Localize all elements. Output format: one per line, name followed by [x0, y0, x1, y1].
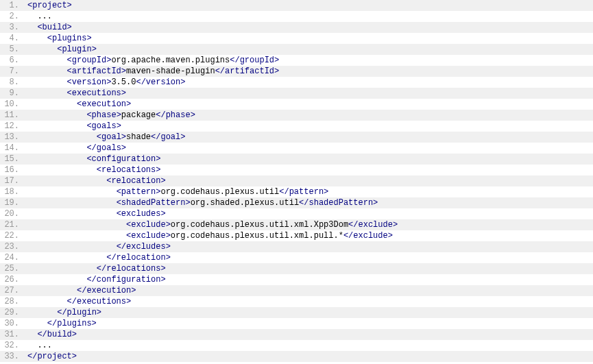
xml-tag: <goals>: [86, 121, 121, 131]
code-line: 16. <relocations>: [0, 165, 593, 175]
xml-tag: <groupId>: [67, 56, 112, 65]
code-line: 18. <pattern>org.codehaus.plexus.util</p…: [0, 186, 593, 197]
line-number: 8.: [0, 77, 25, 88]
xml-text: ...: [37, 341, 52, 350]
xml-text: ...: [37, 12, 52, 21]
xml-tag: <goal>: [97, 132, 126, 142]
xml-tag: </goal>: [151, 132, 185, 142]
xml-tag: <execution>: [77, 99, 131, 109]
code-content: <shadedPattern>org.shaded.plexus.util</s…: [25, 197, 378, 208]
code-line: 22. <exclude>org.codehaus.plexus.util.xm…: [0, 230, 593, 241]
code-content: </plugin>: [25, 307, 101, 318]
line-number: 10.: [0, 99, 25, 110]
code-line: 23. </excludes>: [0, 241, 593, 252]
xml-tag: </configuration>: [86, 275, 165, 284]
code-content: <executions>: [25, 88, 126, 99]
line-number: 3.: [0, 22, 25, 33]
code-content: <artifactId>maven-shade-plugin</artifact…: [25, 66, 279, 77]
line-number: 4.: [0, 33, 25, 44]
code-content: </build>: [25, 329, 77, 340]
xml-tag: </relocation>: [106, 253, 171, 263]
line-number: 26.: [0, 274, 25, 285]
code-line: 6. <groupId>org.apache.maven.plugins</gr…: [0, 55, 593, 66]
xml-tag: </groupId>: [230, 56, 279, 65]
code-line: 5. <plugin>: [0, 44, 593, 55]
code-line: 9. <executions>: [0, 88, 593, 99]
xml-tag: <relocation>: [106, 176, 165, 186]
code-block: 1.<project>2. ...3. <build>4. <plugins>5…: [0, 0, 593, 362]
code-line: 32. ...: [0, 340, 593, 351]
code-line: 12. <goals>: [0, 121, 593, 132]
code-content: </plugins>: [25, 318, 97, 329]
code-line: 21. <exclude>org.codehaus.plexus.util.xm…: [0, 219, 593, 230]
xml-text: 3.5.0: [111, 77, 136, 87]
code-content: <exclude>org.codehaus.plexus.util.xml.Xp…: [25, 219, 398, 230]
code-line: 8. <version>3.5.0</version>: [0, 77, 593, 88]
xml-text: maven-shade-plugin: [126, 66, 215, 76]
xml-text: org.codehaus.plexus.util.xml.Xpp3Dom: [171, 220, 348, 230]
code-line: 29. </plugin>: [0, 307, 593, 318]
xml-tag: <shadedPattern>: [117, 198, 191, 208]
xml-text: package: [121, 110, 156, 120]
line-number: 19.: [0, 197, 25, 208]
xml-tag: <project>: [27, 1, 72, 10]
code-line: 15. <configuration>: [0, 154, 593, 165]
code-line: 13. <goal>shade</goal>: [0, 132, 593, 143]
xml-text: org.codehaus.plexus.util.xml.pull.*: [171, 231, 343, 241]
xml-tag: <exclude>: [126, 231, 171, 241]
code-content: </excludes>: [25, 241, 171, 252]
code-content: <groupId>org.apache.maven.plugins</group…: [25, 55, 279, 66]
code-content: <version>3.5.0</version>: [25, 77, 185, 88]
xml-tag: <plugins>: [47, 34, 92, 43]
line-number: 7.: [0, 66, 25, 77]
code-line: 24. </relocation>: [0, 252, 593, 263]
code-line: 4. <plugins>: [0, 33, 593, 44]
code-line: 1.<project>: [0, 0, 593, 11]
line-number: 9.: [0, 88, 25, 99]
code-content: <goal>shade</goal>: [25, 132, 185, 143]
xml-tag: <configuration>: [86, 154, 160, 164]
code-content: <relocations>: [25, 165, 160, 175]
line-number: 5.: [0, 44, 25, 55]
line-number: 13.: [0, 132, 25, 143]
line-number: 30.: [0, 318, 25, 329]
xml-tag: </version>: [136, 77, 185, 87]
xml-tag: </exclude>: [348, 220, 398, 230]
code-line: 14. </goals>: [0, 143, 593, 154]
xml-tag: </exclude>: [343, 231, 393, 241]
code-line: 33.</project>: [0, 351, 593, 362]
code-content: <plugin>: [25, 44, 97, 55]
code-content: <goals>: [25, 121, 121, 132]
code-line: 27. </execution>: [0, 285, 593, 296]
line-number: 24.: [0, 252, 25, 263]
line-number: 16.: [0, 165, 25, 175]
code-content: <configuration>: [25, 154, 160, 165]
code-line: 19. <shadedPattern>org.shaded.plexus.uti…: [0, 197, 593, 208]
line-number: 14.: [0, 143, 25, 154]
code-line: 25. </relocations>: [0, 263, 593, 274]
code-line: 10. <execution>: [0, 99, 593, 110]
xml-tag: <artifactId>: [67, 66, 126, 76]
code-content: <pattern>org.codehaus.plexus.util</patte…: [25, 186, 328, 197]
code-content: </relocations>: [25, 263, 166, 274]
line-number: 25.: [0, 263, 25, 274]
xml-tag: <exclude>: [126, 220, 171, 230]
line-number: 15.: [0, 154, 25, 165]
code-line: 3. <build>: [0, 22, 593, 33]
xml-tag: <version>: [67, 77, 112, 87]
line-number: 23.: [0, 241, 25, 252]
code-content: <exclude>org.codehaus.plexus.util.xml.pu…: [25, 230, 393, 241]
xml-tag: <plugin>: [57, 45, 97, 54]
xml-tag: </artifactId>: [215, 66, 280, 76]
line-number: 22.: [0, 230, 25, 241]
code-content: <plugins>: [25, 33, 92, 44]
xml-text: org.codehaus.plexus.util: [160, 187, 279, 197]
code-line: 7. <artifactId>maven-shade-plugin</artif…: [0, 66, 593, 77]
line-number: 12.: [0, 121, 25, 132]
code-line: 31. </build>: [0, 329, 593, 340]
code-line: 20. <excludes>: [0, 208, 593, 219]
line-number: 6.: [0, 55, 25, 66]
xml-tag: <executions>: [67, 88, 126, 98]
xml-tag: </pattern>: [279, 187, 328, 197]
xml-tag: </plugin>: [57, 308, 101, 317]
